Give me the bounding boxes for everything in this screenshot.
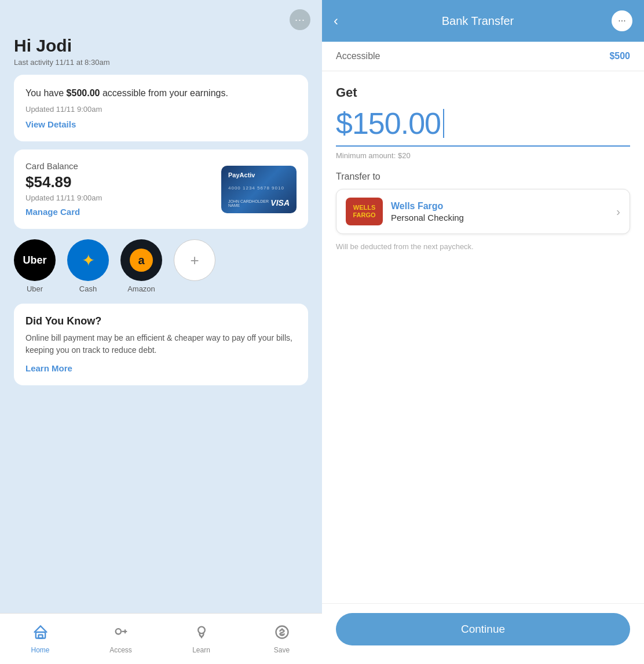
nav-home-label: Home	[31, 646, 49, 654]
payactiv-card-image: PayActiv 4000 1234 5678 9010 JOHN CARDHO…	[221, 166, 297, 213]
amazon-item-label: Amazon	[127, 284, 155, 293]
add-icon-button[interactable]: +	[174, 239, 215, 281]
nav-access[interactable]: Access	[80, 624, 161, 654]
nav-learn[interactable]: Learn	[161, 624, 241, 654]
page-title: Bank Transfer	[344, 14, 612, 28]
card-balance-section: Card Balance $54.89 Updated 11/11 9:00am…	[25, 161, 297, 217]
header-dots-icon: ···	[618, 16, 625, 26]
greeting-text: Hi Jodi	[14, 36, 308, 56]
cursor-indicator	[443, 109, 444, 138]
accessible-row: Accessible $500	[322, 42, 644, 71]
card-name: JOHN CARDHOLDER NAME	[228, 199, 270, 207]
dots-icon: ···	[295, 14, 305, 26]
learn-more-link[interactable]: Learn More	[25, 363, 72, 373]
header-menu-button[interactable]: ···	[612, 10, 632, 31]
bank-name: Wells Fargo	[391, 201, 616, 211]
svg-point-3	[198, 626, 205, 633]
continue-button[interactable]: Continue	[336, 613, 630, 645]
left-top-bar: ···	[0, 0, 322, 30]
amazon-item: a Amazon	[120, 239, 162, 293]
spacer	[336, 251, 630, 589]
plus-icon: +	[190, 251, 199, 269]
amazon-logo: a	[130, 249, 153, 272]
accessible-amount: $500	[609, 51, 630, 61]
learn-icon	[193, 624, 210, 644]
wf-logo-text: WELLS FARGO	[353, 204, 375, 219]
greeting-section: Hi Jodi Last activity 11/11 at 8:30am	[14, 36, 308, 67]
payactiv-logo: PayActiv	[228, 172, 255, 178]
right-panel: ‹ Bank Transfer ··· Accessible $500 Get …	[322, 0, 644, 664]
balance-info: Card Balance $54.89 Updated 11/11 9:00am…	[25, 161, 102, 217]
menu-dots-button[interactable]: ···	[290, 9, 310, 30]
wf-line2: FARGO	[353, 211, 375, 219]
amount-input-row[interactable]: $150.00	[336, 106, 630, 147]
nav-home[interactable]: Home	[0, 624, 80, 654]
left-panel: ··· Hi Jodi Last activity 11/11 at 8:30a…	[0, 0, 322, 664]
uber-icon-button[interactable]: Uber	[14, 239, 56, 281]
dyk-text: Online bill payment may be an efficient …	[25, 332, 297, 356]
nav-learn-label: Learn	[192, 646, 210, 654]
did-you-know-card: Did You Know? Online bill payment may be…	[14, 304, 308, 385]
earnings-updated: Updated 11/11 9:00am	[25, 105, 297, 114]
uber-item: Uber Uber	[14, 239, 56, 293]
earnings-prefix: You have	[25, 88, 67, 98]
bank-account-type: Personal Checking	[391, 213, 616, 222]
earnings-card: You have $500.00 accessible from your ea…	[14, 75, 308, 141]
balance-label: Card Balance	[25, 161, 102, 171]
accessible-label: Accessible	[336, 51, 380, 61]
deduct-note: Will be deducted from the next paycheck.	[336, 242, 630, 251]
view-details-link[interactable]: View Details	[25, 119, 76, 129]
back-icon: ‹	[334, 13, 338, 28]
earnings-amount: $500.00	[67, 88, 100, 98]
back-button[interactable]: ‹	[334, 13, 338, 29]
bottom-nav: Home Access Learn	[0, 613, 322, 664]
add-item: +	[174, 239, 215, 281]
bank-info: Wells Fargo Personal Checking	[391, 201, 616, 222]
card-numbers: 4000 1234 5678 9010	[228, 185, 284, 191]
earnings-text: You have $500.00 accessible from your ea…	[25, 86, 297, 100]
minimum-amount-text: Minimum amount: $20	[336, 151, 630, 160]
left-content: Hi Jodi Last activity 11/11 at 8:30am Yo…	[0, 30, 322, 613]
manage-card-link[interactable]: Manage Card	[25, 207, 80, 217]
transfer-form: Get $150.00 Minimum amount: $20 Transfer…	[322, 71, 644, 603]
bank-account-selector[interactable]: WELLS FARGO Wells Fargo Personal Checkin…	[336, 189, 630, 234]
access-icon	[113, 624, 129, 644]
dyk-title: Did You Know?	[25, 315, 297, 327]
quick-access-section: Uber Uber ✦ Cash a Amazon +	[14, 237, 308, 295]
svg-rect-1	[38, 634, 42, 638]
amazon-icon-button[interactable]: a	[120, 239, 162, 281]
svg-point-2	[115, 629, 120, 634]
walmart-icon-button[interactable]: ✦	[67, 239, 109, 281]
continue-section: Continue	[322, 603, 644, 664]
visa-logo: VISA	[270, 198, 290, 207]
uber-item-label: Uber	[27, 284, 43, 293]
walmart-star-icon: ✦	[82, 251, 95, 270]
nav-access-label: Access	[109, 646, 132, 654]
nav-save[interactable]: Save	[241, 624, 322, 654]
transfer-to-label: Transfer to	[336, 172, 630, 182]
card-bottom: JOHN CARDHOLDER NAME VISA	[228, 198, 290, 207]
wells-fargo-logo: WELLS FARGO	[346, 198, 383, 225]
get-label: Get	[336, 85, 630, 100]
balance-amount: $54.89	[25, 173, 102, 191]
walmart-item-label: Cash	[79, 284, 97, 293]
wf-line1: WELLS	[353, 204, 375, 211]
bank-transfer-header: ‹ Bank Transfer ···	[322, 0, 644, 42]
home-icon	[32, 624, 49, 644]
nav-save-label: Save	[274, 646, 290, 654]
chevron-right-icon: ›	[616, 205, 620, 218]
amount-display: $150.00	[336, 106, 441, 141]
earnings-suffix: accessible from your earnings.	[100, 88, 228, 98]
walmart-item: ✦ Cash	[67, 239, 109, 293]
card-balance-card: Card Balance $54.89 Updated 11/11 9:00am…	[14, 149, 308, 229]
balance-updated: Updated 11/11 9:00am	[25, 194, 102, 202]
save-icon	[274, 624, 290, 644]
uber-label: Uber	[23, 254, 46, 267]
last-activity-text: Last activity 11/11 at 8:30am	[14, 58, 308, 67]
